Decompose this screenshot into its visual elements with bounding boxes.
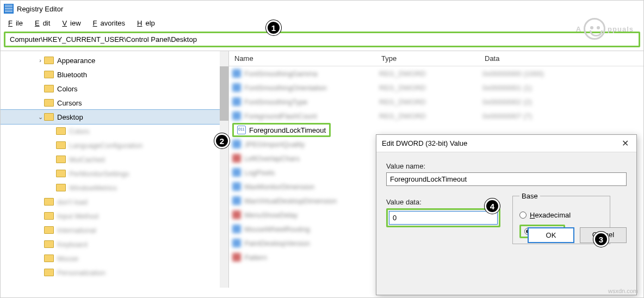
radio-hex[interactable]: [519, 212, 527, 219]
tree-item[interactable]: Mouse: [1, 251, 228, 265]
value-name: PaintDesktopVersion: [244, 239, 310, 247]
tree-item-label: WindowMetrics: [69, 184, 117, 192]
tree-item[interactable]: Bluetooth: [1, 67, 228, 82]
tree-item[interactable]: Cursors: [1, 96, 228, 110]
callout-4: 4: [485, 198, 500, 214]
value-name: MenuShowDelay: [244, 211, 298, 219]
base-legend: Base: [519, 192, 540, 200]
tree-item-label: LanguageConfiguration: [69, 141, 143, 150]
value-icon: [232, 111, 241, 120]
folder-icon: [44, 113, 54, 121]
folder-icon: [44, 254, 54, 262]
value-name: FontSmoothingType: [244, 98, 307, 106]
value-icon: [232, 140, 241, 148]
col-name[interactable]: Name: [229, 51, 376, 66]
tree-item-label: Mouse: [57, 254, 78, 263]
value-data-highlight: [386, 208, 500, 227]
callout-3: 3: [593, 232, 609, 247]
value-name: ForegroundFlashCount: [244, 112, 317, 120]
tree-item[interactable]: PerMonitorSettings: [1, 166, 228, 181]
list-row[interactable]: FontSmoothingOrientationREG_DWORD0x00000…: [229, 80, 643, 95]
tree-item[interactable]: Personalization: [1, 265, 228, 280]
address-bar[interactable]: Computer\HKEY_CURRENT_USER\Control Panel…: [4, 32, 640, 47]
expander-icon[interactable]: ›: [36, 57, 44, 64]
menu-edit[interactable]: Edit: [32, 18, 57, 28]
col-data[interactable]: Data: [479, 51, 643, 66]
col-type[interactable]: Type: [376, 51, 479, 66]
folder-icon: [56, 170, 66, 177]
tree-item[interactable]: don't load: [1, 195, 228, 209]
folder-icon: [44, 240, 54, 248]
dialog-titlebar[interactable]: Edit DWORD (32-bit) Value ✕: [376, 135, 636, 152]
value-name-field[interactable]: [386, 172, 627, 186]
tree-item-label: Input Method: [57, 212, 98, 220]
tree-item-label: Colors: [69, 127, 90, 135]
folder-icon: [44, 99, 54, 107]
value-icon: [232, 83, 241, 92]
tree-item-label: Personalization: [57, 269, 106, 277]
value-icon: [232, 253, 241, 262]
tree-item-label: Appearance: [57, 57, 95, 65]
folder-icon: [44, 212, 54, 220]
list-row[interactable]: FontSmoothingGammaREG_DWORD0x00000000 (1…: [229, 66, 643, 80]
ok-button[interactable]: OK: [528, 227, 574, 243]
callout-2: 2: [214, 133, 230, 148]
tree-item[interactable]: ⌄Desktop: [1, 110, 228, 124]
expander-icon[interactable]: ⌄: [36, 114, 44, 121]
tree-item-label: International: [57, 226, 96, 234]
registry-tree[interactable]: ›AppearanceBluetoothColorsCursors⌄Deskto…: [1, 51, 229, 288]
tree-item-label: don't load: [57, 198, 88, 206]
callout-1: 1: [266, 20, 281, 35]
list-row[interactable]: FontSmoothingTypeREG_DWORD0x00000002 (2): [229, 95, 643, 109]
folder-icon: [56, 184, 66, 191]
folder-icon: [44, 198, 54, 206]
tree-item[interactable]: Input Method: [1, 209, 228, 223]
folder-icon: [44, 226, 54, 234]
value-icon: [232, 69, 241, 78]
tree-item[interactable]: Keyboard: [1, 237, 228, 251]
value-icon: [232, 196, 241, 205]
titlebar: Registry Editor: [1, 1, 643, 17]
dialog-title-text: Edit DWORD (32-bit) Value: [382, 139, 467, 147]
face-icon: [584, 18, 605, 40]
scrollbar-thumb[interactable]: [220, 66, 228, 121]
tree-item[interactable]: ›Appearance: [1, 53, 228, 67]
tree-item[interactable]: Colors: [1, 82, 228, 96]
tree-item-label: Bluetooth: [57, 71, 87, 79]
value-icon: [232, 210, 241, 219]
tree-item[interactable]: MuiCached: [1, 152, 228, 166]
tree-item-label: Keyboard: [57, 240, 88, 249]
selected-value-highlight: ForegroundLockTimeout: [232, 123, 331, 137]
menu-file[interactable]: File: [5, 18, 29, 28]
folder-icon: [44, 57, 54, 64]
value-icon: [232, 97, 241, 106]
tree-item[interactable]: WindowMetrics: [1, 181, 228, 195]
value-icon: [232, 239, 241, 247]
tree-item[interactable]: LanguageConfiguration: [1, 138, 228, 152]
value-name: LogPixels: [244, 169, 275, 177]
value-icon: [232, 182, 241, 191]
radio-hex-row[interactable]: Hexadecimal: [519, 211, 603, 219]
value-data-field[interactable]: [389, 211, 498, 225]
list-header: Name Type Data: [229, 51, 643, 66]
brand-watermark: A ppuals: [576, 18, 634, 40]
regedit-icon: [4, 4, 14, 14]
value-name-label: Value name:: [386, 162, 627, 170]
tree-item-label: Desktop: [57, 113, 83, 121]
menu-help[interactable]: Help: [134, 18, 162, 28]
value-name: LeftOverlapChars: [244, 154, 300, 163]
tree-item[interactable]: International: [1, 223, 228, 237]
value-name: FontSmoothingOrientation: [244, 84, 327, 92]
menu-favorites[interactable]: Favorites: [90, 18, 132, 28]
tree-item[interactable]: Colors: [1, 124, 228, 138]
close-icon[interactable]: ✕: [620, 138, 631, 148]
value-name: MaxMonitorDimension: [244, 183, 314, 191]
radio-hex-label: Hexadecimal: [530, 211, 571, 219]
window-title: Registry Editor: [17, 5, 63, 13]
dword-icon: [237, 126, 246, 134]
folder-icon: [56, 127, 66, 135]
menu-view[interactable]: View: [59, 18, 87, 28]
folder-icon: [56, 141, 66, 149]
list-row[interactable]: ForegroundFlashCountREG_DWORD0x00000007 …: [229, 109, 643, 123]
tree-item-label: MuiCached: [69, 156, 105, 164]
